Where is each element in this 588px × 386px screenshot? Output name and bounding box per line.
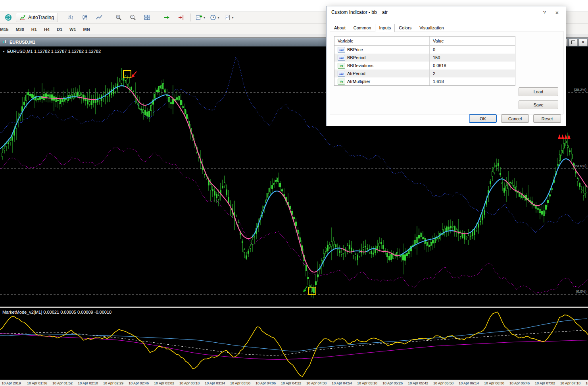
dialog-title: Custom Indicator - bb__atr — [327, 10, 538, 15]
table-row[interactable]: VaBBDeviations 0.0618 — [334, 62, 515, 69]
param-type-icon: 123 — [338, 71, 345, 77]
connection-status-button[interactable] — [2, 12, 15, 23]
time-axis-label: 10 Apr 05:10 — [357, 381, 377, 385]
param-name: AtrMultiplier — [347, 79, 370, 84]
column-header-variable[interactable]: Variable — [334, 37, 429, 45]
ohlc-values: EURUSD,M1 1.12782 1.12787 1.12782 1.1278… — [7, 49, 101, 54]
symbol-dropdown-icon[interactable]: ▼ — [2, 50, 5, 53]
time-axis-label: 10 Apr 06:30 — [484, 381, 504, 385]
autotrading-button[interactable]: AutoTrading — [16, 13, 58, 22]
timeframe-mn[interactable]: MN — [80, 25, 93, 33]
table-row[interactable]: 123BBPeriod 150 — [334, 54, 515, 62]
ohlc-bars-button[interactable] — [64, 12, 77, 23]
chart-shift-button[interactable] — [174, 12, 188, 23]
ok-button[interactable]: OK — [469, 114, 497, 123]
time-axis-label: 10 Apr 04:06 — [256, 381, 276, 385]
load-button[interactable]: Load — [519, 87, 558, 96]
dialog-titlebar[interactable]: Custom Indicator - bb__atr ? × — [327, 6, 566, 18]
time-axis-label: 10 Apr 05:42 — [408, 381, 428, 385]
time-axis-label: 10 Apr 02:46 — [129, 381, 149, 385]
param-type-icon: Va — [338, 63, 345, 69]
zoom-in-button[interactable] — [112, 12, 125, 23]
autoscroll-button[interactable] — [160, 12, 173, 23]
table-row[interactable]: VaAtrMultiplier 1.618 — [334, 77, 515, 85]
column-header-value[interactable]: Value — [429, 37, 515, 45]
dropdown-caret-icon: ▾ — [217, 16, 219, 19]
inputs-tab-page: Variable Value 123BBPrice 0 123BBPeriod … — [330, 31, 563, 114]
timeframe-m30[interactable]: M30 — [12, 25, 27, 33]
svg-text:(0.0%): (0.0%) — [576, 290, 586, 293]
tile-windows-icon — [144, 14, 150, 21]
timeframe-m15[interactable]: M15 — [0, 25, 12, 33]
parameters-table[interactable]: Variable Value 123BBPrice 0 123BBPeriod … — [334, 36, 515, 86]
toolbar-separator — [157, 14, 157, 21]
periods-button[interactable]: ▾ — [208, 12, 221, 23]
tab-inputs[interactable]: Inputs — [375, 24, 395, 32]
chart-restore-button[interactable] — [569, 39, 578, 46]
time-axis-label: 10 Apr 2019 — [2, 381, 21, 385]
table-header-row: Variable Value — [334, 37, 515, 46]
candlestick-chart-icon — [82, 14, 88, 21]
param-type-icon: Va — [338, 79, 345, 85]
timeframe-w1[interactable]: W1 — [66, 25, 79, 33]
time-axis-label: 10 Apr 02:10 — [78, 381, 98, 385]
time-axis[interactable]: 10 Apr 201910 Apr 01:3610 Apr 01:5210 Ap… — [0, 380, 588, 386]
line-chart-button[interactable] — [92, 12, 106, 23]
param-name: AtrPeriod — [347, 71, 365, 76]
reset-button[interactable]: Reset — [533, 114, 561, 123]
dialog-footer: OK Cancel Reset — [469, 114, 561, 123]
timeframe-h4[interactable]: H4 — [41, 25, 53, 33]
param-type-icon: 123 — [338, 47, 345, 53]
time-axis-label: 10 — [586, 381, 588, 385]
toolbar-separator — [61, 14, 61, 21]
cancel-button[interactable]: Cancel — [501, 114, 529, 123]
param-name: BBPeriod — [347, 55, 365, 60]
time-axis-label: 10 Apr 03:34 — [205, 381, 225, 385]
chart-close-button[interactable]: × — [578, 39, 588, 46]
time-axis-label: 10 Apr 02:29 — [103, 381, 123, 385]
timeframe-d1[interactable]: D1 — [54, 25, 65, 33]
chart-title: EURUSD,M1 — [10, 40, 35, 44]
time-axis-label: 10 Apr 05:58 — [433, 381, 453, 385]
table-row[interactable]: 123AtrPeriod 2 — [334, 69, 515, 77]
ohlc-bars-icon — [67, 14, 74, 21]
dialog-close-button[interactable]: × — [551, 6, 563, 18]
param-value[interactable]: 2 — [429, 69, 515, 77]
param-value[interactable]: 0.0618 — [429, 62, 515, 69]
zoom-out-icon — [130, 14, 136, 21]
svg-text:(23.6%): (23.6%) — [574, 164, 586, 168]
chart-window-icon — [2, 40, 7, 44]
templates-button[interactable]: ▾ — [222, 12, 236, 23]
param-name: BBPrice — [347, 47, 363, 52]
time-axis-label: 10 Apr 03:18 — [179, 381, 200, 385]
indicator-panel[interactable]: MarketMode_v2[M1] 0.00021 0.00005 0.0000… — [0, 308, 588, 380]
param-value[interactable]: 0 — [429, 46, 515, 54]
clock-icon — [210, 14, 216, 21]
time-axis-label: 10 Apr 03:50 — [230, 381, 250, 385]
template-icon — [224, 14, 231, 21]
svg-text:(38.2%): (38.2%) — [574, 88, 586, 92]
time-axis-label: 10 Apr 04:22 — [281, 381, 301, 385]
param-value[interactable]: 1.618 — [429, 77, 515, 85]
time-axis-label: 10 Apr 01:36 — [27, 381, 47, 385]
custom-indicator-dialog: Custom Indicator - bb__atr ? × About Com… — [326, 6, 566, 126]
line-chart-icon — [96, 14, 102, 21]
dropdown-caret-icon: ▾ — [204, 16, 205, 19]
autoscroll-icon — [163, 14, 170, 21]
time-axis-label: 10 Apr 07:02 — [535, 381, 555, 385]
new-chart-icon — [196, 14, 202, 21]
indicator-canvas — [0, 308, 588, 380]
save-button[interactable]: Save — [519, 100, 558, 109]
new-chart-button[interactable]: ▾ — [194, 12, 207, 23]
timeframe-h1[interactable]: H1 — [28, 25, 40, 33]
time-axis-label: 10 Apr 05:26 — [382, 381, 403, 385]
candlestick-chart-button[interactable] — [78, 12, 92, 23]
table-row[interactable]: 123BBPrice 0 — [334, 46, 515, 54]
connection-status-icon — [5, 14, 12, 21]
zoom-out-button[interactable] — [126, 12, 140, 23]
dialog-help-button[interactable]: ? — [538, 6, 551, 18]
tile-windows-button[interactable] — [140, 12, 154, 23]
param-value[interactable]: 150 — [429, 54, 515, 62]
time-axis-label: 10 Apr 01:52 — [52, 381, 73, 385]
time-axis-label: 10 Apr 04:54 — [332, 381, 352, 385]
